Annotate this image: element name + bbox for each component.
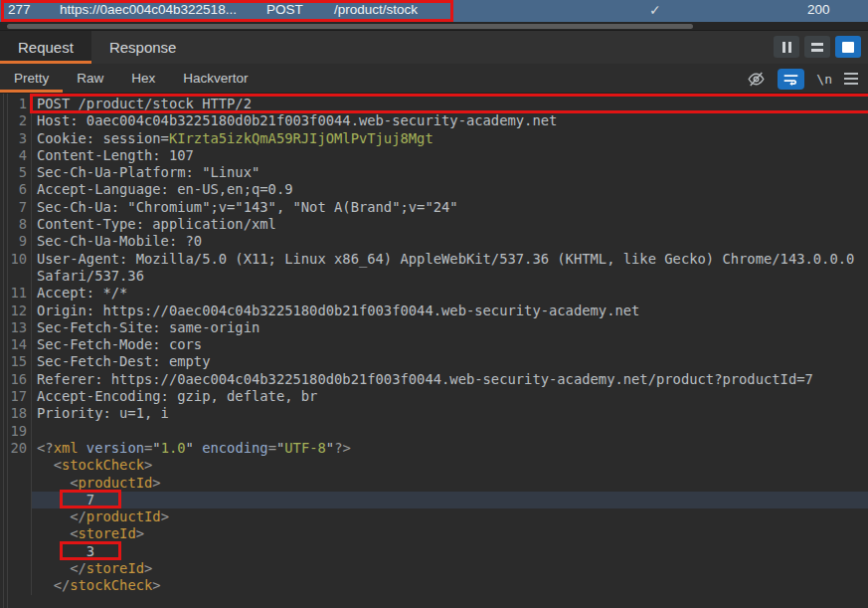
- code-segment: =: [268, 440, 276, 456]
- line-number: 4: [9, 147, 32, 164]
- code-segment: </: [70, 560, 87, 576]
- request-line-text: Accept-Encoding: gzip, deflate, br: [32, 388, 868, 405]
- tab-raw[interactable]: Raw: [63, 64, 117, 93]
- split-layout-button[interactable]: [804, 36, 830, 58]
- code-segment: [37, 525, 70, 541]
- code-segment: xml: [54, 440, 79, 456]
- code-segment: POST /product/stock HTTP/2: [37, 96, 252, 111]
- annotated-value: 7: [62, 492, 119, 507]
- code-segment: Sec-Fetch-Site: same-origin: [37, 319, 260, 335]
- line-number: 3: [9, 130, 32, 147]
- request-line: 15Sec-Fetch-Dest: empty: [0, 353, 868, 370]
- http-history-row[interactable]: 277 https://0aec004c04b322518... POST /p…: [0, 0, 868, 22]
- line-number: [9, 268, 32, 285]
- horizontal-scrollbar[interactable]: [0, 22, 868, 31]
- request-line-text: Sec-Fetch-Mode: cors: [32, 336, 868, 353]
- tab-hackvertor[interactable]: Hackvertor: [169, 64, 261, 93]
- line-number: 12: [9, 303, 32, 319]
- burp-request-viewer: 277 https://0aec004c04b322518... POST /p…: [0, 0, 868, 608]
- request-line-text: Accept: */*: [32, 285, 868, 302]
- code-segment: <: [70, 475, 78, 491]
- line-number: 1: [9, 96, 32, 112]
- annotated-request-line-text: POST /product/stock HTTP/2: [32, 96, 868, 112]
- request-line-text: Referer: https://0aec004c04b3225180d0b21…: [32, 371, 868, 388]
- editor-menu-button[interactable]: [844, 73, 858, 85]
- request-line-text: [32, 423, 868, 440]
- history-row-id: 277: [8, 2, 31, 17]
- hide-nonprintable-button[interactable]: [747, 71, 766, 88]
- request-line-text: Sec-Fetch-Dest: empty: [32, 353, 868, 370]
- code-segment: storeId: [79, 525, 136, 541]
- line-number: [9, 492, 32, 508]
- line-number: [9, 560, 32, 577]
- line-number: [9, 525, 32, 542]
- line-number: 18: [9, 405, 32, 422]
- request-line-text: <?xml version="1.0" encoding="UTF-8"?>: [32, 440, 868, 457]
- code-segment: stockCheck: [62, 457, 144, 473]
- maximize-layout-button[interactable]: [835, 36, 861, 58]
- word-wrap-icon: [782, 73, 799, 86]
- line-number: 13: [9, 319, 32, 336]
- request-line: 11Accept: */*: [0, 285, 868, 302]
- request-line: 14Sec-Fetch-Mode: cors: [0, 336, 868, 353]
- annotated-value: 3: [62, 543, 119, 559]
- request-line: 1POST /product/stock HTTP/2: [0, 96, 868, 112]
- tab-pretty-label: Pretty: [14, 71, 49, 86]
- line-number: 2: [9, 112, 32, 129]
- code-segment: Content-Type: application/xml: [37, 216, 276, 232]
- code-segment: KIrzta5izkQmA59RJIjOMlPvTjuj8Mgt: [169, 130, 434, 146]
- menu-icon: [844, 73, 858, 85]
- code-segment: >: [144, 560, 152, 576]
- horizontal-scrollbar-thumb[interactable]: [7, 24, 693, 29]
- tab-hex[interactable]: Hex: [117, 64, 169, 93]
- code-segment: Priority: u=1, i: [37, 405, 169, 421]
- request-line-text: </productId>: [32, 508, 868, 525]
- request-line: </stockCheck>: [0, 577, 868, 594]
- code-segment: Sec-Ch-Ua-Platform: "Linux": [37, 164, 260, 180]
- code-segment: [37, 508, 70, 524]
- code-segment: Sec-Ch-Ua-Mobile: ?0: [37, 233, 202, 249]
- newline-chars-button[interactable]: \n: [816, 72, 832, 87]
- history-row-path: /product/stock: [334, 2, 418, 17]
- request-editor[interactable]: 1POST /product/stock HTTP/22Host: 0aec00…: [0, 94, 868, 608]
- request-line-text: Sec-Ch-Ua: "Chromium";v="143", "Not A(Br…: [32, 199, 868, 216]
- line-number: [9, 577, 32, 594]
- request-line-text: 7: [32, 492, 868, 508]
- request-line: 13Sec-Fetch-Site: same-origin: [0, 319, 868, 336]
- code-segment: Accept-Encoding: gzip, deflate, br: [37, 388, 317, 404]
- request-line: 3Cookie: session=KIrzta5izkQmA59RJIjOMlP…: [0, 130, 868, 147]
- tab-response[interactable]: Response: [91, 31, 195, 64]
- tab-request[interactable]: Request: [0, 31, 91, 64]
- code-segment: version: [87, 440, 144, 456]
- request-line: <stockCheck>: [0, 457, 868, 474]
- history-row-host-url: https://0aec004c04b322518...: [60, 2, 237, 17]
- request-line: 4Content-Length: 107: [0, 147, 868, 164]
- request-line: 7Sec-Ch-Ua: "Chromium";v="143", "Not A(B…: [0, 199, 868, 216]
- request-line-text: <storeId>: [32, 525, 868, 542]
- panel-layout-buttons: [774, 36, 861, 58]
- line-number: [9, 475, 32, 492]
- code-segment: ": [326, 440, 334, 456]
- pause-intercept-button[interactable]: [774, 36, 799, 58]
- line-number: 17: [9, 388, 32, 405]
- code-segment: 1.0: [161, 440, 186, 456]
- request-line-text: <productId>: [32, 475, 868, 492]
- request-line: 10User-Agent: Mozilla/5.0 (X11; Linux x8…: [0, 251, 868, 268]
- request-line-text: </stockCheck>: [32, 577, 868, 594]
- code-segment: Sec-Fetch-Dest: empty: [37, 353, 210, 369]
- line-number: 15: [9, 353, 32, 370]
- word-wrap-button[interactable]: [778, 69, 804, 90]
- split-rows-icon: [811, 43, 823, 52]
- line-number: [9, 508, 32, 525]
- code-segment: >: [152, 577, 160, 593]
- request-line-text: Cookie: session=KIrzta5izkQmA59RJIjOMlPv…: [32, 130, 868, 147]
- request-line-text: Sec-Ch-Ua-Mobile: ?0: [32, 233, 868, 250]
- request-line-text: Origin: https://0aec004c04b3225180d0b21f…: [32, 303, 868, 319]
- tab-pretty[interactable]: Pretty: [0, 64, 63, 93]
- code-segment: [37, 492, 62, 507]
- request-line-text: Content-Length: 107: [32, 147, 868, 164]
- code-segment: ?>: [334, 440, 351, 456]
- request-line-text: Priority: u=1, i: [32, 405, 868, 422]
- tab-request-label: Request: [18, 39, 74, 56]
- tab-hackvertor-label: Hackvertor: [183, 71, 248, 86]
